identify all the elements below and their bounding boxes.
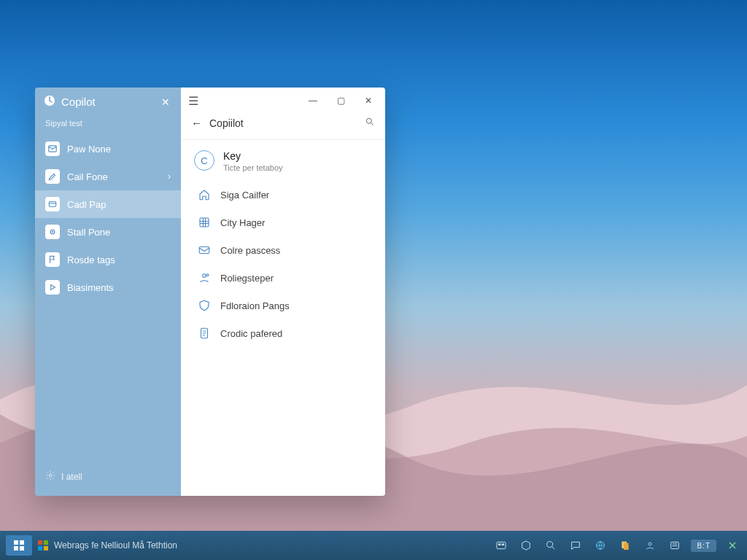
hero-badge: C (194, 150, 214, 171)
sidebar-footer[interactable]: I atell (35, 462, 181, 496)
svg-point-9 (203, 274, 206, 278)
menu-item-label: Roliegsteper (220, 273, 274, 284)
sidebar-item-cadl-pap[interactable]: Cadl Pap (35, 190, 181, 218)
sidebar-header: Copilot ✕ (35, 88, 181, 116)
tray-box-icon[interactable] (517, 537, 535, 554)
tray-files-icon[interactable] (616, 537, 634, 554)
svg-point-23 (547, 542, 553, 548)
svg-rect-17 (44, 540, 48, 545)
tray-news-icon[interactable] (666, 537, 684, 554)
menu-item-label: Colre pascess (220, 245, 280, 256)
sidebar-item-label: Biasiments (67, 282, 114, 293)
search-row: ← Copiilot (181, 111, 385, 140)
sidebar-item-stall-pone[interactable]: Stall Pone (35, 218, 181, 246)
desktop-wallpaper: Copilot ✕ Sipyal test Paw None Cail Fone… (0, 0, 747, 560)
menu-item-city-hager[interactable]: City Hager (194, 209, 372, 236)
svg-point-5 (49, 474, 52, 477)
grid-icon (197, 215, 212, 230)
taskbar-label-text: Webrags fe Nellioul Må Tethtion (54, 540, 177, 551)
sidebar-item-label: Cadl Pap (67, 199, 106, 210)
tray-time-pill[interactable]: B:T (691, 540, 716, 552)
envelope-icon (197, 243, 212, 257)
tray-globe-icon[interactable] (592, 537, 609, 554)
mail-icon (45, 141, 60, 156)
sidebar-title: Copilot (61, 96, 96, 108)
copilot-logo-icon (44, 95, 55, 109)
menu-item-fdloraion-pangs[interactable]: Fdloraion Pangs (194, 292, 372, 319)
svg-rect-19 (44, 546, 48, 551)
sidebar-item-rosde-tags[interactable]: Rosde tags (35, 246, 181, 273)
dot-icon (45, 225, 60, 239)
start-button[interactable] (6, 535, 32, 556)
hero: C Key Ticte per tetaboy (194, 150, 372, 172)
svg-rect-12 (14, 540, 18, 545)
svg-rect-14 (14, 546, 18, 551)
sidebar-footer-label: I atell (61, 472, 82, 482)
house-icon (197, 187, 212, 202)
microsoft-logo-icon (38, 540, 48, 551)
window-close-button[interactable]: ✕ (359, 93, 378, 108)
window-controls: ☰ — ▢ ✕ (181, 88, 385, 111)
sidebar: Copilot ✕ Sipyal test Paw None Cail Fone… (35, 88, 181, 496)
shield-icon (197, 298, 212, 313)
sidebar-item-biasiments[interactable]: Biasiments (35, 273, 181, 301)
sidebar-item-cail-fone[interactable]: Cail Fone › (35, 163, 181, 190)
menu-item-label: Siga Cailfer (220, 190, 269, 201)
tray-person-icon[interactable] (641, 537, 659, 554)
menu-item-label: Fdloraion Pangs (220, 300, 290, 311)
system-tray: B:T (492, 537, 741, 554)
taskbar: Webrags fe Nellioul Må Tethtion B:T (0, 531, 747, 560)
tray-task-view-icon[interactable] (492, 537, 510, 554)
svg-rect-26 (624, 543, 629, 550)
svg-rect-7 (200, 218, 209, 227)
svg-rect-18 (38, 546, 42, 551)
svg-rect-15 (20, 546, 24, 551)
svg-rect-16 (38, 540, 42, 545)
svg-rect-8 (199, 247, 209, 254)
main-panel: ☰ — ▢ ✕ ← Copiilot C Key Ticte per tetab… (181, 88, 385, 496)
flag-icon (45, 252, 60, 267)
sidebar-item-label: Stall Pone (67, 227, 110, 238)
menu-item-crodic-pafered[interactable]: Crodic pafered (194, 319, 372, 347)
taskbar-label: Webrags fe Nellioul Må Tethtion (38, 540, 177, 551)
svg-rect-22 (502, 543, 504, 545)
sidebar-item-label: Paw None (67, 144, 111, 155)
sidebar-item-label: Cail Fone (67, 171, 108, 182)
svg-point-10 (206, 274, 209, 276)
svg-point-6 (366, 118, 371, 123)
svg-rect-21 (498, 543, 500, 545)
menu-item-label: Crodic pafered (220, 328, 282, 339)
svg-point-27 (649, 542, 651, 545)
svg-rect-20 (497, 542, 506, 548)
menu-item-colre-pascess[interactable]: Colre pascess (194, 236, 372, 264)
svg-point-4 (52, 231, 53, 233)
menu-item-label: City Hager (220, 217, 265, 228)
card-icon (45, 197, 60, 211)
search-icon[interactable] (365, 117, 375, 129)
tray-chat-icon[interactable] (567, 537, 584, 554)
svg-rect-28 (671, 542, 679, 548)
sidebar-item-paw-none[interactable]: Paw None (35, 135, 181, 163)
person-icon (197, 271, 212, 285)
menu-item-roliegsteper[interactable]: Roliegsteper (194, 264, 372, 292)
main-section: C Key Ticte per tetaboy Siga Cailfer Cit… (181, 140, 385, 350)
search-label[interactable]: Copiilot (209, 117, 357, 129)
sidebar-close-button[interactable]: ✕ (159, 96, 172, 109)
sidebar-item-label: Rosde tags (67, 254, 115, 265)
play-icon (45, 280, 60, 295)
tray-close-icon[interactable] (724, 537, 741, 554)
window-maximize-button[interactable]: ▢ (331, 93, 350, 108)
menu-item-siga-cailfer[interactable]: Siga Cailfer (194, 181, 372, 209)
chevron-right-icon: › (168, 171, 171, 182)
gear-icon (45, 470, 55, 483)
tray-search-icon[interactable] (542, 537, 560, 554)
sidebar-subtitle: Sipyal test (35, 116, 181, 135)
back-button[interactable]: ← (191, 117, 202, 129)
edit-icon (45, 169, 60, 184)
svg-rect-2 (49, 202, 55, 207)
svg-rect-13 (20, 540, 24, 545)
hero-title: Key (223, 150, 283, 162)
doc-icon (197, 326, 212, 341)
window-minimize-button[interactable]: — (303, 93, 322, 108)
hamburger-menu-button[interactable]: ☰ (188, 94, 198, 108)
